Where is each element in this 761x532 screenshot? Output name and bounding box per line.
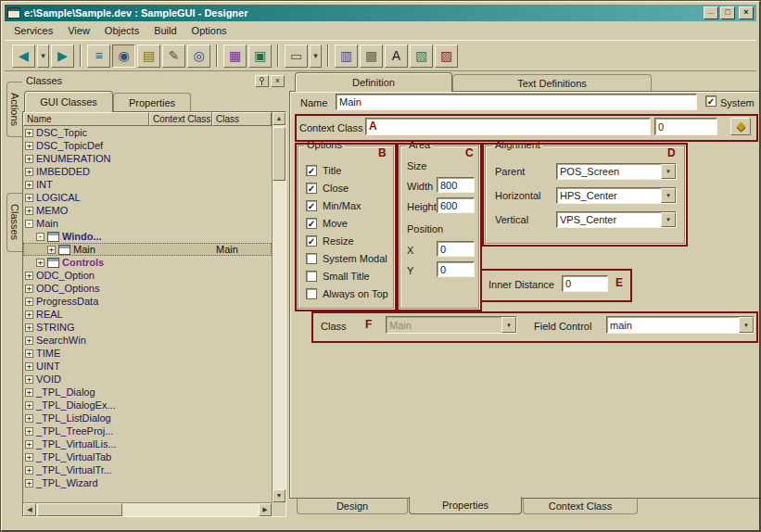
column-header-name[interactable]: Name [23, 112, 149, 126]
colors-button[interactable]: ▨ [435, 44, 458, 68]
expand-icon[interactable]: + [25, 298, 33, 306]
expand-icon[interactable]: + [25, 285, 33, 293]
tree-item[interactable]: -Main [23, 217, 272, 230]
chevron-down-icon[interactable]: ▼ [661, 188, 676, 203]
designer-view-button[interactable]: ◉ [112, 44, 135, 68]
alignment-combobox[interactable]: HPS_Center ▼ [556, 187, 677, 204]
tree-item[interactable]: +_TPL_VirtualTr... [23, 463, 272, 476]
bottom-tab[interactable]: Design [297, 499, 408, 514]
maximize-button[interactable]: □ [720, 6, 735, 19]
expand-icon[interactable]: + [25, 272, 33, 280]
expand-icon[interactable]: + [25, 349, 33, 358]
topic-list-button[interactable]: ▤ [137, 44, 160, 68]
tree-item[interactable]: +ENUMERATION [23, 152, 272, 165]
tree-item[interactable]: +MEMO [23, 204, 272, 217]
tree-item[interactable]: +MainMain [23, 243, 272, 256]
expand-icon[interactable]: + [25, 362, 33, 371]
tree-item[interactable]: +DSC_Topic [23, 126, 272, 139]
forward-button[interactable]: ▶ [51, 44, 74, 68]
tree-item[interactable]: +ODC_Options [23, 282, 272, 295]
context-class-input[interactable] [365, 118, 651, 135]
expand-icon[interactable]: + [25, 401, 33, 410]
tree-item[interactable]: +_TPL_VirtualTab [23, 450, 272, 463]
expand-icon[interactable]: + [25, 375, 33, 384]
tree-item[interactable]: +ProgressData [23, 295, 272, 308]
tree-item[interactable]: +_TPL_Dialog [23, 386, 272, 399]
expand-icon[interactable]: + [25, 440, 33, 449]
option-checkbox[interactable] [306, 183, 317, 194]
horizontal-scrollbar[interactable]: ◀ ▶ [23, 502, 272, 516]
menu-item[interactable]: View [60, 22, 97, 39]
expand-icon[interactable]: + [36, 259, 44, 267]
height-input[interactable]: 600 [437, 197, 475, 213]
option-checkbox[interactable] [306, 235, 317, 247]
font-button[interactable]: A [385, 44, 408, 68]
expand-icon[interactable]: + [25, 129, 33, 137]
vertical-scroll-thumb[interactable] [273, 127, 285, 181]
expand-icon[interactable]: + [25, 168, 33, 176]
classes-panel-tab[interactable]: GUI Classes [24, 91, 113, 112]
tree-item[interactable]: +_TPL_DialogEx... [23, 399, 272, 412]
tree-item[interactable]: +LOGICAL [23, 191, 272, 204]
copy-button[interactable]: ▩ [360, 44, 383, 68]
menu-item[interactable]: Build [146, 22, 184, 39]
panel-close-button[interactable]: × [271, 75, 285, 87]
data-grid-button[interactable]: ▦ [223, 44, 247, 68]
collapse-icon[interactable]: - [25, 220, 33, 228]
column-header-context-class[interactable]: Context Class [149, 112, 212, 126]
width-input[interactable]: 800 [437, 177, 475, 193]
chevron-down-icon[interactable]: ▼ [661, 212, 676, 227]
scroll-down-icon[interactable]: ▼ [273, 489, 285, 502]
class-view-button[interactable]: ≡ [87, 44, 110, 68]
expand-icon[interactable]: + [25, 466, 33, 475]
expand-icon[interactable]: + [25, 479, 33, 488]
classes-panel-tab[interactable]: Properties [113, 93, 191, 111]
context-class-count-input[interactable]: 0 [654, 118, 717, 135]
chevron-down-icon[interactable]: ▼ [739, 317, 754, 333]
back-button[interactable]: ◀ [12, 44, 35, 68]
expand-icon[interactable]: + [25, 427, 33, 436]
horizontal-scroll-thumb[interactable] [37, 503, 122, 516]
system-checkbox[interactable] [705, 95, 717, 107]
expand-icon[interactable]: + [25, 181, 33, 189]
option-checkbox[interactable] [306, 218, 317, 229]
minimize-button[interactable]: _ [704, 6, 718, 19]
side-tab-classes[interactable]: Classes [6, 193, 22, 252]
option-checkbox[interactable] [306, 200, 317, 211]
pin-button[interactable] [255, 75, 269, 87]
control-select-button[interactable]: ▭ [285, 44, 308, 68]
collapse-icon[interactable]: - [36, 233, 44, 241]
print-button[interactable]: ▥ [335, 44, 358, 68]
tree-item[interactable]: +_TPL_VirtualLis... [23, 437, 272, 450]
alignment-combobox[interactable]: POS_Screen ▼ [556, 163, 677, 180]
column-header-class[interactable]: Class [212, 112, 272, 126]
expand-icon[interactable]: + [25, 336, 33, 345]
tree-item[interactable]: +TIME [23, 347, 272, 360]
option-checkbox[interactable] [306, 288, 317, 299]
control-dropdown-button[interactable]: ▾ [310, 44, 322, 68]
tree-item[interactable]: +SearchWin [23, 334, 272, 347]
tree-item[interactable]: +UINT [23, 360, 272, 373]
side-tab-actions[interactable]: Actions [6, 82, 22, 137]
expand-icon[interactable]: + [25, 207, 33, 215]
scroll-left-icon[interactable]: ◀ [23, 503, 36, 516]
menu-item[interactable]: Services [6, 22, 60, 39]
new-form-button[interactable]: ▣ [248, 44, 272, 68]
expand-icon[interactable]: + [47, 246, 56, 254]
tree-item[interactable]: +VOID [23, 373, 272, 386]
option-checkbox[interactable] [306, 253, 317, 264]
inner-distance-input[interactable]: 0 [562, 275, 608, 292]
tree-item[interactable]: +INT [23, 178, 272, 191]
x-input[interactable]: 0 [437, 241, 475, 257]
expand-icon[interactable]: + [25, 388, 33, 397]
expand-icon[interactable]: + [25, 194, 33, 202]
option-checkbox[interactable] [306, 165, 317, 176]
menu-item[interactable]: Objects [97, 22, 146, 39]
tree-item[interactable]: -Windo... [23, 230, 272, 243]
expand-icon[interactable]: + [25, 414, 33, 423]
expand-icon[interactable]: + [25, 323, 33, 332]
menu-item[interactable]: Options [184, 22, 235, 39]
definition-tab[interactable]: Text Definitions [452, 74, 652, 91]
vertical-scrollbar[interactable]: ▲ ▼ [272, 112, 285, 502]
tree-item[interactable]: +_TPL_ListDialog [23, 412, 272, 424]
